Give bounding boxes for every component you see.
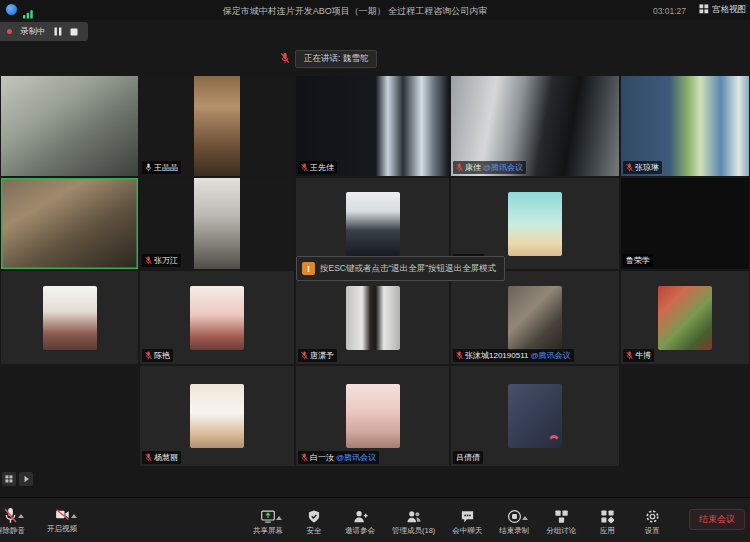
participant-name-label: 鲁荣学	[623, 254, 653, 267]
grid-view-button[interactable]: 宫格视图	[699, 4, 746, 16]
participant-tile[interactable]	[1, 76, 138, 176]
avatar	[508, 384, 562, 448]
toolbar-button-label: 会中聊天	[452, 526, 482, 536]
grid-pager	[2, 472, 33, 486]
mic-muted-icon	[456, 163, 463, 172]
invite-button[interactable]: 邀请参会	[342, 509, 378, 536]
avatar	[508, 286, 562, 350]
shield-button[interactable]: 安全	[297, 509, 331, 536]
stop-recording-button[interactable]	[70, 28, 78, 36]
bottom-toolbar: 解除静音开启视频 共享屏幕安全邀请参会管理成员(18)会中聊天结束录制分组讨论应…	[0, 497, 750, 542]
avatar	[43, 286, 97, 350]
members-button[interactable]: 管理成员(18)	[389, 509, 438, 536]
chevron-up-icon[interactable]	[522, 516, 528, 520]
mic-muted-icon	[301, 163, 308, 172]
toolbar-center-group: 共享屏幕安全邀请参会管理成员(18)会中聊天结束录制分组讨论应用设置	[250, 509, 669, 536]
participant-tile[interactable]: 张沫城120190511@腾讯会议	[451, 271, 619, 364]
participant-name-label: 张琼琳	[623, 161, 662, 174]
participant-tile[interactable]: 张万江	[140, 178, 294, 269]
gear-icon	[645, 509, 660, 524]
record-button[interactable]: 结束录制	[496, 509, 532, 536]
participant-name-label: 杨慧丽	[142, 451, 181, 464]
exit-fullscreen-tooltip: ! 按ESC键或者点击“退出全屏”按钮退出全屏模式	[296, 256, 505, 281]
avatar	[346, 286, 400, 350]
participant-tile[interactable]: 白一汝@腾讯会议	[296, 366, 449, 466]
avatar	[190, 384, 244, 448]
pause-recording-button[interactable]	[54, 27, 62, 36]
avatar	[346, 384, 400, 448]
tip-icon: !	[302, 262, 315, 275]
avatar	[658, 286, 712, 350]
breakout-button[interactable]: 分组讨论	[543, 509, 579, 536]
chevron-up-icon[interactable]	[71, 514, 77, 518]
participant-name-suffix: @腾讯会议	[483, 162, 523, 173]
meeting-timer: 03:01:27	[653, 6, 686, 16]
participant-tile[interactable]: 唐潇予	[296, 271, 449, 364]
participant-name: 鲁荣学	[626, 255, 650, 266]
cam-off-button[interactable]: 开启视频	[44, 507, 80, 536]
participant-name-label: 陈艳	[142, 349, 173, 362]
invite-icon	[353, 509, 368, 524]
participant-name-label: 吕倩倩	[453, 451, 483, 464]
toolbar-left-group: 解除静音开启视频	[0, 507, 80, 536]
participant-name: 吕倩倩	[456, 452, 480, 463]
participant-tile[interactable]: 吕倩倩	[451, 366, 619, 466]
participant-name: 康佳	[465, 162, 481, 173]
recording-indicator: 录制中	[0, 22, 88, 41]
participant-tile[interactable]: 康佳@腾讯会议	[451, 76, 619, 176]
participant-tile[interactable]: 陈艳	[140, 271, 294, 364]
participant-tile[interactable]: 杨慧丽	[140, 366, 294, 466]
toolbar-button-label: 安全	[307, 526, 322, 536]
participant-tile[interactable]: 王晶晶	[140, 76, 294, 176]
participant-name-label: 王先佳	[298, 161, 337, 174]
mic-icon	[145, 163, 152, 172]
end-meeting-button[interactable]: 结束会议	[689, 509, 745, 530]
share-button[interactable]: 共享屏幕	[250, 509, 286, 536]
tooltip-text: 按ESC键或者点击“退出全屏”按钮退出全屏模式	[320, 263, 496, 275]
toolbar-button-label: 邀请参会	[345, 526, 375, 536]
participant-name: 王晶晶	[154, 162, 178, 173]
meeting-window: 保定市城中村连片开发ABO项目（一期） 全过程工程咨询公司内审 03:01:27…	[0, 0, 750, 542]
breakout-icon	[554, 509, 569, 524]
participant-name: 张沫城120190511	[465, 350, 528, 361]
mic-off-button[interactable]: 解除静音	[0, 507, 28, 536]
participant-name: 唐潇予	[310, 350, 334, 361]
participant-name: 王先佳	[310, 162, 334, 173]
participant-name: 白一汝	[310, 452, 334, 463]
participant-tile[interactable]: 张琼琳	[621, 76, 749, 176]
chevron-up-icon[interactable]	[276, 516, 282, 520]
toolbar-button-label: 应用	[600, 526, 615, 536]
mic-muted-icon	[301, 351, 308, 360]
participant-tile[interactable]: 王先佳	[296, 76, 449, 176]
chat-button[interactable]: 会中聊天	[449, 509, 485, 536]
recording-dot-icon	[7, 29, 12, 34]
layout-grid-button[interactable]	[2, 472, 16, 486]
next-page-button[interactable]	[19, 472, 33, 486]
share-icon	[260, 509, 276, 524]
participant-name-label: 白一汝@腾讯会议	[298, 451, 379, 464]
mic-muted-icon	[626, 351, 633, 360]
toolbar-button-label: 共享屏幕	[253, 526, 283, 536]
mic-muted-icon	[280, 50, 290, 68]
top-bar: 保定市城中村连片开发ABO项目（一期） 全过程工程咨询公司内审 03:01:27…	[0, 0, 750, 20]
participant-name-label: 牛博	[623, 349, 654, 362]
participant-name: 杨慧丽	[154, 452, 178, 463]
avatar	[346, 192, 400, 256]
toolbar-button-label: 开启视频	[47, 524, 77, 534]
participant-tile[interactable]	[1, 178, 138, 269]
chevron-up-icon[interactable]	[18, 514, 24, 518]
toolbar-button-label: 结束录制	[499, 526, 529, 536]
gear-button[interactable]: 设置	[635, 509, 669, 536]
shield-icon	[307, 509, 321, 524]
participant-name: 张琼琳	[635, 162, 659, 173]
toolbar-button-label: 分组讨论	[546, 526, 576, 536]
participant-tile[interactable]: 鲁荣学	[621, 178, 749, 269]
cam-off-icon	[54, 507, 71, 522]
participant-name-label: 王晶晶	[142, 161, 181, 174]
participant-name-label: 康佳@腾讯会议	[453, 161, 526, 174]
participant-tile[interactable]	[1, 271, 138, 364]
apps-button[interactable]: 应用	[590, 509, 624, 536]
grid-view-label: 宫格视图	[712, 4, 746, 16]
participant-tile[interactable]: 牛博	[621, 271, 749, 364]
participant-name: 陈艳	[154, 350, 170, 361]
